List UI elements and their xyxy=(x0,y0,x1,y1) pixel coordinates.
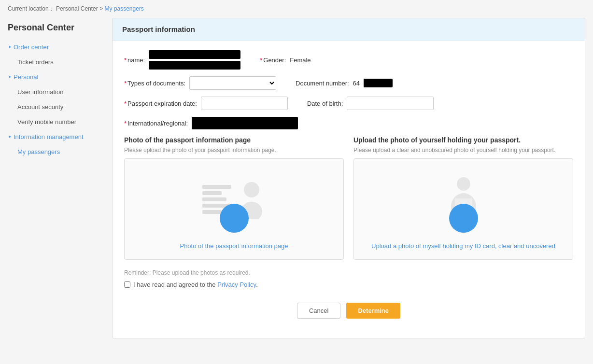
breadcrumb-separator: > xyxy=(99,5,104,12)
name-redacted-2 xyxy=(149,61,240,70)
name-field: *name: xyxy=(124,50,240,70)
dob-label: Date of birth: xyxy=(307,100,343,107)
panel-body: *name: *Gender: Female xyxy=(113,41,585,338)
required-star-doctype: * xyxy=(124,80,127,87)
dob-field: Date of birth: xyxy=(307,97,434,110)
upload-box-left[interactable]: Photo of the passport information page xyxy=(124,158,344,260)
form-row-intl: *International/regional: xyxy=(124,117,573,129)
svg-point-0 xyxy=(244,182,259,197)
upload-right-desc: Please upload a clear and unobscured pho… xyxy=(353,147,573,154)
sidebar-item-verify-mobile[interactable]: Verify mobile number xyxy=(8,114,104,129)
required-star-intl: * xyxy=(124,120,127,127)
reminder-text: Reminder: Please upload the photos as re… xyxy=(124,269,573,276)
privacy-checkbox[interactable] xyxy=(124,281,130,288)
chevron-icon-personal: ✦ xyxy=(8,74,12,80)
required-star-expiry: * xyxy=(124,100,127,107)
sidebar-item-user-information[interactable]: User information xyxy=(8,84,104,99)
doctype-label: *Types of documents: xyxy=(124,80,185,87)
docnumber-field: Document number: 64 xyxy=(296,79,393,87)
required-star-gender: * xyxy=(260,56,262,64)
name-label: *name: xyxy=(124,56,145,64)
doc-line-5 xyxy=(202,210,222,214)
doc-line-3 xyxy=(202,197,226,201)
sidebar-section-label-order-center: Order center xyxy=(14,43,49,51)
docnumber-label: Document number: xyxy=(296,80,349,87)
sidebar: Personal Center ✦ Order center Ticket or… xyxy=(8,18,104,338)
doc-line-2 xyxy=(202,191,222,195)
form-row-expiry: *Passport expiration date: Date of birth… xyxy=(124,97,573,110)
sidebar-title: Personal Center xyxy=(8,18,104,40)
sidebar-item-account-security[interactable]: Account security xyxy=(8,99,104,114)
intl-field: *International/regional: xyxy=(124,117,298,129)
upload-section: Photo of the passport information page P… xyxy=(124,136,573,260)
breadcrumb-home: Personal Center xyxy=(56,5,98,12)
sidebar-section-order-center[interactable]: ✦ Order center xyxy=(8,40,104,55)
docnumber-value: 64 xyxy=(353,80,360,87)
chevron-icon: ✦ xyxy=(8,44,12,50)
doctype-label-text: Types of documents: xyxy=(127,80,185,87)
required-star-name: * xyxy=(124,56,127,64)
upload-left-desc: Please upload the photo of your passport… xyxy=(124,147,344,154)
upload-column-right: Upload the photo of yourself holding you… xyxy=(353,136,573,260)
form-row-name: *name: *Gender: Female xyxy=(124,50,573,70)
breadcrumb-prefix: Current location： xyxy=(8,5,55,12)
docnumber-redacted xyxy=(364,79,393,87)
breadcrumb: Current location： Personal Center > My p… xyxy=(0,0,593,18)
upload-left-title: Photo of the passport information page xyxy=(124,136,344,144)
expiry-field: *Passport expiration date: xyxy=(124,97,288,110)
upload-box-right[interactable]: Upload a photo of myself holding my ID c… xyxy=(353,158,573,260)
expiry-label: *Passport expiration date: xyxy=(124,100,197,107)
privacy-label: I have read and agreed to the Privacy Po… xyxy=(133,281,258,288)
blue-circle-right xyxy=(449,204,478,233)
sidebar-section-label-personal: Personal xyxy=(14,73,38,81)
checkbox-label-text: I have read and agreed to the xyxy=(133,281,217,288)
sidebar-item-my-passengers[interactable]: My passengers xyxy=(8,144,104,159)
svg-point-2 xyxy=(457,177,470,191)
doctype-field: *Types of documents: xyxy=(124,76,276,90)
intl-label-text: International/regional: xyxy=(127,120,188,127)
gender-value: Female xyxy=(290,56,311,64)
dob-input[interactable] xyxy=(347,97,434,110)
name-inputs xyxy=(149,50,240,70)
name-label-text: name: xyxy=(127,56,145,64)
expiry-input[interactable] xyxy=(201,97,288,110)
content-panel: Passport information *name: xyxy=(112,18,585,338)
doctype-select[interactable] xyxy=(189,76,276,90)
sidebar-section-info-management[interactable]: ✦ Information management xyxy=(8,129,104,144)
chevron-icon-info: ✦ xyxy=(8,134,12,140)
doc-line-1 xyxy=(202,185,231,189)
upload-left-label: Photo of the passport information page xyxy=(180,242,288,250)
cancel-button[interactable]: Cancel xyxy=(297,303,340,319)
breadcrumb-current[interactable]: My passengers xyxy=(104,5,143,12)
intl-redacted xyxy=(192,117,298,129)
privacy-policy-link[interactable]: Privacy Policy xyxy=(217,281,256,288)
button-row: Cancel Determine xyxy=(124,298,573,328)
upload-column-left: Photo of the passport information page P… xyxy=(124,136,344,260)
expiry-label-text: Passport expiration date: xyxy=(127,100,197,107)
sidebar-item-ticket-orders[interactable]: Ticket orders xyxy=(8,55,104,70)
determine-button[interactable]: Determine xyxy=(346,303,400,319)
panel-header: Passport information xyxy=(113,18,585,41)
name-redacted-1 xyxy=(149,50,240,59)
gender-label-text: Gender: xyxy=(263,56,286,64)
gender-field: *Gender: Female xyxy=(260,56,311,64)
sidebar-section-personal[interactable]: ✦ Personal xyxy=(8,70,104,84)
sidebar-section-label-info-management: Information management xyxy=(14,133,84,140)
intl-label: *International/regional: xyxy=(124,120,188,127)
privacy-checkbox-row: I have read and agreed to the Privacy Po… xyxy=(124,281,573,288)
gender-label: *Gender: xyxy=(260,56,286,64)
upload-right-title: Upload the photo of yourself holding you… xyxy=(353,136,573,144)
upload-right-label: Upload a photo of myself holding my ID c… xyxy=(362,242,565,250)
form-row-doctype: *Types of documents: Document number: 64 xyxy=(124,76,573,90)
blue-circle-left xyxy=(220,204,249,233)
